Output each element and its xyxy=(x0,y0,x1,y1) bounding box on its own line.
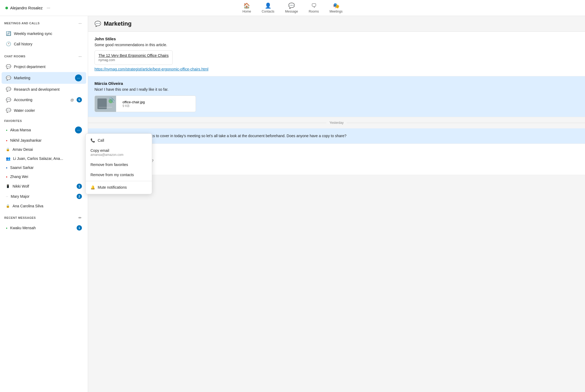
favorites-item-zhang[interactable]: ● Zhang Wei xyxy=(2,172,86,181)
akua-label: Akua Mansa xyxy=(10,128,72,132)
favorites-item-nikki[interactable]: 📱 Nikki Wolf 1 xyxy=(2,181,86,191)
clock-icon: 🕐 xyxy=(6,41,11,46)
water-cooler-label: Water cooler xyxy=(14,108,82,113)
message-marcia: Márcia Oliveira Nice! I have this one an… xyxy=(88,76,585,117)
lock-icon-ana: 🔒 xyxy=(6,204,10,208)
status-dot-kwaku: ● xyxy=(6,227,7,229)
marketing-more-button[interactable]: ··· xyxy=(75,74,82,81)
meetings-icon: 🎭 xyxy=(333,2,339,9)
mary-badge: 2 xyxy=(77,194,82,199)
meetings-section-label: MEETINGS AND CALLS xyxy=(4,22,40,25)
favorites-item-group[interactable]: 👥 Li Juan, Carlos Salazar, Ana... xyxy=(2,154,86,163)
context-menu-mute[interactable]: 🔔 Mute notifications xyxy=(86,182,152,192)
nav-meetings[interactable]: 🎭 Meetings xyxy=(330,2,343,13)
favorites-item-ana[interactable]: 🔒 Ana Carolina Silva xyxy=(2,202,86,210)
favorites-item-kwaku[interactable]: ● Kwaku Mensah 1 xyxy=(2,223,86,233)
accounting-at-badge: @ xyxy=(70,98,74,102)
sidebar: MEETINGS AND CALLS ··· 🔄 Weekly marketin… xyxy=(0,16,88,392)
project-dept-label: Project department xyxy=(14,65,82,69)
link-title: The 12 Very Best Ergonomic Office Chairs xyxy=(98,53,169,58)
favorites-item-nikhil[interactable]: ● Nikhil Jayashankar xyxy=(2,136,86,145)
nikki-label: Nikki Wolf xyxy=(13,184,74,188)
saanvi-label: Saanvi Sarkar xyxy=(10,165,82,170)
nav-message-label: Message xyxy=(285,10,298,13)
context-menu-copy-email[interactable]: Copy email amansa@amazon.com xyxy=(86,145,152,160)
context-email-address: amansa@amazon.com xyxy=(90,153,124,157)
filename: office-chair.jpg xyxy=(122,100,145,104)
nav-meetings-label: Meetings xyxy=(330,10,343,13)
status-dot-saanvi: ● xyxy=(6,166,7,169)
group-icon: 👥 xyxy=(6,156,10,161)
context-mute-label: Mute notifications xyxy=(98,185,127,189)
sidebar-item-weekly-sync[interactable]: 🔄 Weekly marketing sync xyxy=(2,29,86,38)
reply-quote: Does anyone have a copy to share? xyxy=(94,159,579,163)
sidebar-item-accounting[interactable]: 💬 Accounting @ 5 xyxy=(2,95,86,105)
sidebar-item-project-dept[interactable]: 💬 Project department xyxy=(2,62,86,72)
meetings-more-button[interactable]: ··· xyxy=(77,20,84,27)
image-attachment[interactable]: 📎 office-chair.jpg 9 KB xyxy=(94,96,196,112)
message-text-marcia: Nice! I have this one and I really like … xyxy=(94,87,579,92)
top-nav: Alejandro Rosalez ··· 🏠 Home 👤 Contacts … xyxy=(0,0,585,16)
favorites-item-arnav[interactable]: 🔒 Arnav Desai xyxy=(2,145,86,154)
user-status-dot xyxy=(5,7,8,9)
weekly-sync-label: Weekly marketing sync xyxy=(14,31,82,36)
message-arnav: Arnav Desai In reply to message: Does an… xyxy=(88,144,585,175)
favorites-section-header: FAVORITES xyxy=(0,116,88,124)
chat-rooms-more-button[interactable]: ··· xyxy=(77,53,84,60)
akua-more-button[interactable]: ··· xyxy=(75,126,82,133)
zhang-label: Zhang Wei xyxy=(10,175,82,179)
sidebar-item-water-cooler[interactable]: 💬 Water cooler xyxy=(2,105,86,115)
context-menu-remove-favorites[interactable]: Remove from favorites xyxy=(86,160,152,170)
mary-label: Mary Major xyxy=(11,194,74,199)
context-menu-remove-contacts[interactable]: Remove from my contacts xyxy=(86,170,152,180)
nav-home[interactable]: 🏠 Home xyxy=(243,2,251,13)
home-icon: 🏠 xyxy=(243,2,250,9)
recent-messages-header: RECENT MESSAGES ✏ xyxy=(0,211,88,223)
sidebar-item-research[interactable]: 💬 Research and development xyxy=(2,84,86,94)
nikki-badge: 1 xyxy=(77,184,82,189)
message-team: Hey team! We've got plenty of topics to … xyxy=(88,128,585,144)
ana-label: Ana Carolina Silva xyxy=(13,204,82,208)
marketing-label: Marketing xyxy=(14,76,72,80)
nav-contacts[interactable]: 👤 Contacts xyxy=(262,2,274,13)
sync-icon: 🔄 xyxy=(6,31,11,36)
main-content: 💬 Marketing John Stiles Some good recomm… xyxy=(88,16,585,392)
status-dot-zhang: ● xyxy=(6,175,7,178)
sidebar-item-marketing[interactable]: 💬 Marketing ··· xyxy=(2,72,86,84)
chat-room-icon-marketing: 💬 xyxy=(6,76,11,81)
link-preview[interactable]: The 12 Very Best Ergonomic Office Chairs… xyxy=(94,50,173,65)
messages-area: John Stiles Some good recommendations in… xyxy=(88,32,585,392)
sidebar-item-call-history[interactable]: 🕐 Call history xyxy=(2,39,86,49)
context-menu-call[interactable]: 📞 Call xyxy=(86,135,152,145)
sender-marcia: Márcia Oliveira xyxy=(94,81,579,86)
main-layout: MEETINGS AND CALLS ··· 🔄 Weekly marketin… xyxy=(0,16,585,392)
chat-room-icon-water: 💬 xyxy=(6,108,11,113)
favorites-item-mary[interactable]: ··· Mary Major 2 xyxy=(2,192,86,201)
context-menu: 📞 Call Copy email amansa@amazon.com Remo… xyxy=(85,133,152,194)
chat-rooms-section-header: CHAT ROOMS ··· xyxy=(0,49,88,61)
nav-rooms[interactable]: 🗨 Rooms xyxy=(309,3,319,13)
compose-button[interactable]: ✏ xyxy=(77,214,84,221)
clip-icon: 📎 xyxy=(109,97,115,103)
image-info: office-chair.jpg 9 KB xyxy=(119,98,148,110)
image-thumbnail: 📎 xyxy=(95,96,116,112)
lock-icon-arnav: 🔒 xyxy=(6,148,10,151)
recent-messages-label: RECENT MESSAGES xyxy=(4,216,36,219)
call-history-label: Call history xyxy=(14,42,82,46)
nav-message[interactable]: 💬 Message xyxy=(285,2,298,13)
team-message-text: Hey team! We've got plenty of topics to … xyxy=(94,133,579,139)
rooms-icon: 🗨 xyxy=(311,3,317,9)
user-menu-button[interactable]: ··· xyxy=(45,4,52,12)
phone-icon-nikki: 📱 xyxy=(6,184,10,188)
favorites-item-akua[interactable]: ● Akua Mansa ··· xyxy=(2,124,86,136)
chat-room-icon-accounting: 💬 xyxy=(6,97,11,102)
channel-chat-icon: 💬 xyxy=(94,21,101,27)
favorites-item-saanvi[interactable]: ● Saanvi Sarkar xyxy=(2,163,86,172)
nav-home-label: Home xyxy=(243,10,251,13)
link-url[interactable]: https://nymag.com/strategist/article/bes… xyxy=(94,67,579,71)
nikhil-label: Nikhil Jayashankar xyxy=(10,138,82,142)
group-label: Li Juan, Carlos Salazar, Ana... xyxy=(13,156,82,161)
day-divider: Yesterday xyxy=(88,117,585,128)
sender-john: John Stiles xyxy=(94,37,579,41)
link-domain: nymag.com xyxy=(98,58,169,62)
